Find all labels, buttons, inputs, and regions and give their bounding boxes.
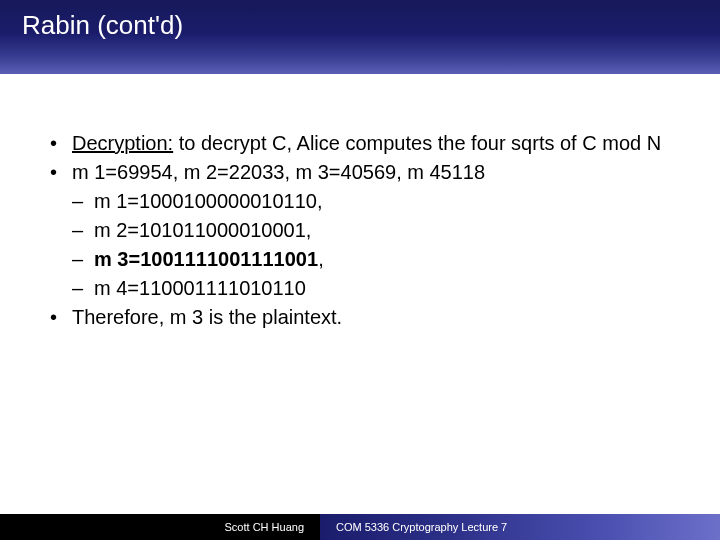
decryption-text: to decrypt C, Alice computes the four sq… bbox=[173, 132, 661, 154]
dash-m4: m 4=110001111010110 bbox=[72, 275, 690, 302]
footer-author: Scott CH Huang bbox=[0, 514, 320, 540]
dash-m2: m 2=101011000010001, bbox=[72, 217, 690, 244]
dash-m3-bold: m 3=1001111001111001 bbox=[94, 248, 318, 270]
footer-bar: Scott CH Huang COM 5336 Cryptography Lec… bbox=[0, 514, 720, 540]
bullet-decryption: Decryption: to decrypt C, Alice computes… bbox=[50, 130, 690, 157]
title-band: Rabin (cont'd) bbox=[0, 0, 720, 74]
bullet-m-values: m 1=69954, m 2=22033, m 3=40569, m 45118 bbox=[50, 159, 690, 186]
slide-title: Rabin (cont'd) bbox=[0, 0, 183, 41]
slide-content: Decryption: to decrypt C, Alice computes… bbox=[50, 130, 690, 333]
dash-m3-tail: , bbox=[318, 248, 324, 270]
decryption-label: Decryption: bbox=[72, 132, 173, 154]
bullet-therefore: Therefore, m 3 is the plaintext. bbox=[50, 304, 690, 331]
bullet-list: Decryption: to decrypt C, Alice computes… bbox=[50, 130, 690, 331]
dash-m1: m 1=1000100000010110, bbox=[72, 188, 690, 215]
dash-m3: m 3=1001111001111001, bbox=[72, 246, 690, 273]
footer-course: COM 5336 Cryptography Lecture 7 bbox=[320, 514, 720, 540]
slide: Rabin (cont'd) Decryption: to decrypt C,… bbox=[0, 0, 720, 540]
